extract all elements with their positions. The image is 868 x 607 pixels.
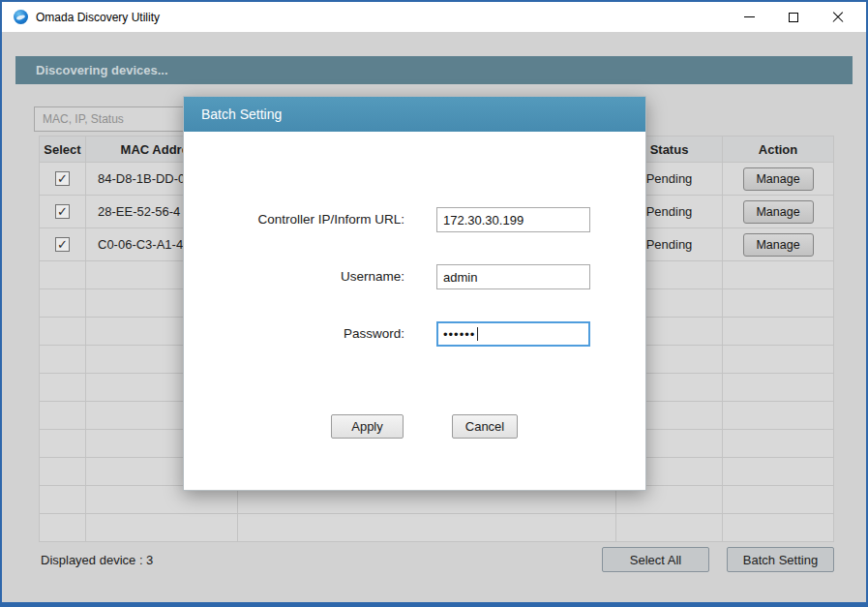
discovering-status-banner: Discovering devices... [15, 56, 853, 84]
window-title: Omada Discovery Utility [36, 11, 160, 24]
select-cell [40, 458, 86, 486]
row-checkbox[interactable] [55, 171, 70, 186]
empty-row [40, 514, 834, 542]
action-cell: Manage [723, 228, 834, 261]
manage-button[interactable]: Manage [743, 233, 814, 257]
batch-setting-button[interactable]: Batch Setting [727, 547, 834, 572]
select-cell [40, 196, 86, 228]
action-cell [723, 318, 834, 346]
select-cell [40, 163, 86, 196]
action-cell: Manage [723, 163, 834, 196]
select-cell [40, 430, 86, 458]
displayed-device-count: Displayed device : 3 [41, 553, 153, 567]
select-cell [40, 514, 86, 542]
column-header-select: Select [40, 137, 86, 163]
manage-button[interactable]: Manage [743, 167, 814, 191]
action-cell [723, 402, 834, 430]
dialog-title: Batch Setting [184, 97, 645, 132]
close-icon [832, 12, 844, 23]
password-masked-value: •••••• [443, 328, 475, 341]
select-cell [40, 261, 86, 289]
row-checkbox[interactable] [55, 237, 70, 252]
action-cell: Manage [723, 196, 834, 228]
mac-address-cell [86, 514, 238, 542]
action-cell [723, 346, 834, 374]
select-cell [40, 346, 86, 374]
app-window: Omada Discovery Utility Discovering devi… [0, 0, 868, 607]
apply-button[interactable]: Apply [331, 414, 404, 439]
column-header-action: Action [723, 137, 834, 163]
text-caret [477, 327, 478, 341]
username-label: Username: [184, 264, 404, 289]
action-cell [723, 289, 834, 318]
action-cell [723, 514, 834, 542]
cancel-button[interactable]: Cancel [452, 414, 518, 439]
controller-url-label: Controller IP/Inform URL: [184, 207, 404, 232]
window-controls [727, 2, 860, 32]
select-cell [40, 318, 86, 346]
titlebar: Omada Discovery Utility [2, 2, 866, 32]
row-checkbox[interactable] [55, 204, 70, 219]
action-cell [723, 486, 834, 514]
select-cell [40, 289, 86, 318]
manage-button[interactable]: Manage [743, 200, 814, 224]
password-input[interactable]: •••••• [436, 321, 590, 347]
select-cell [40, 228, 86, 261]
status-cell [616, 514, 723, 542]
maximize-button[interactable] [771, 2, 816, 32]
action-cell [723, 430, 834, 458]
action-cell [723, 374, 834, 402]
select-cell [40, 374, 86, 402]
select-cell [40, 486, 86, 514]
omada-logo-icon [14, 10, 28, 24]
action-cell [723, 261, 834, 289]
maximize-icon [789, 13, 798, 22]
spacer-cell [238, 514, 616, 542]
minimize-icon [744, 16, 755, 17]
action-cell [723, 458, 834, 486]
main-content: Discovering devices... Select MAC Addres… [2, 32, 866, 602]
minimize-button[interactable] [727, 2, 771, 32]
batch-setting-dialog: Batch Setting Controller IP/Inform URL: … [183, 96, 646, 491]
password-label: Password: [184, 321, 404, 347]
controller-url-input[interactable] [436, 207, 590, 232]
select-all-button[interactable]: Select All [602, 547, 709, 572]
username-input[interactable] [436, 264, 590, 289]
close-button[interactable] [816, 2, 860, 32]
select-cell [40, 402, 86, 430]
